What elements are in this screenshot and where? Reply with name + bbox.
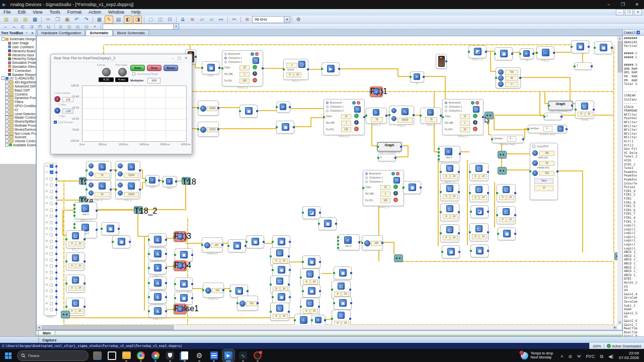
schematic-block-interface-write1[interactable]: Interface0 ⌄◰Interface write1 (528, 125, 567, 133)
schematic-block-small[interactable]: ▣ (112, 235, 130, 248)
tile-v-icon[interactable]: ⊟ (166, 16, 174, 24)
schematic-block-realtimedisplay1-2[interactable]: GraphRealTimeDisplay1_2 (548, 101, 573, 111)
schematic-block-fmt[interactable]: ◱824 (66, 275, 85, 293)
schematic-block-knobpanel[interactable]: InvertGPIO250hold (ms)30repeat (ms)500Ta… (530, 143, 558, 200)
link-format-checkbox[interactable]: ✓ (54, 121, 57, 124)
align-top-icon[interactable]: ⊓ (36, 23, 44, 30)
tree-expander-icon[interactable]: + (5, 143, 9, 147)
close-icon[interactable]: ✕ (30, 31, 35, 35)
tree-item-hierarchy-input[interactable]: Hierarchy Input (0, 53, 36, 57)
schematic-block-small[interactable]: ◪ (470, 205, 489, 218)
schematic-tee-node[interactable] (394, 254, 403, 262)
schematic-block-logic1-8[interactable]: &Logic1_8 (148, 305, 167, 318)
settings-icon[interactable]: ⚙ (193, 349, 205, 361)
tree-item-counters[interactable]: +Counters (0, 92, 36, 96)
schematic-block-firsm[interactable]: 100 (237, 296, 258, 311)
window-maximize-button[interactable]: ❐ (616, 0, 630, 9)
mdi-minimize-button[interactable]: – (616, 9, 624, 16)
schematic-block-x5[interactable]: ✕X5 (311, 315, 326, 325)
pinwheel-app-icon[interactable] (149, 349, 162, 361)
radio-icon[interactable] (326, 110, 329, 112)
graph-button[interactable]: Graph (549, 102, 572, 106)
multiplier-input[interactable]: 100 (147, 78, 160, 83)
tree-item-filters[interactable]: +Filters (0, 100, 36, 104)
schematic-block-realtimedisplay1-3[interactable]: GraphRealTimeDisplay1_3 (377, 142, 402, 152)
schematic-block-small[interactable]: ▣ (175, 248, 193, 261)
tree-expander-icon[interactable]: + (5, 116, 9, 119)
start-button[interactable]: Start (130, 65, 145, 71)
schematic-block-small[interactable]: ▣ (498, 227, 516, 240)
pane-left-icon[interactable]: ◧ (124, 16, 132, 24)
menu-window[interactable]: Window (105, 10, 128, 15)
format-knob[interactable] (102, 68, 111, 76)
radio-icon[interactable] (224, 61, 227, 63)
schematic-block-fmt[interactable]: ◱824 (300, 268, 319, 287)
vertical-scrollbar[interactable]: ▲ ▼ (617, 36, 622, 325)
schematic-block-small[interactable]: ▣ (403, 181, 421, 194)
tree-expander-icon[interactable]: + (5, 135, 9, 139)
schematic-tee-t18[interactable]: T18 (182, 177, 191, 185)
schematic-block-fir1-1[interactable]: ∿50FIR1_1 (86, 161, 111, 180)
window-close-button[interactable]: ✕ (630, 0, 644, 9)
radio-icon[interactable] (365, 180, 368, 183)
align-left-icon[interactable]: ⊏ (19, 23, 27, 30)
radio-icon[interactable] (445, 106, 447, 108)
tree-expander-icon[interactable]: + (5, 100, 9, 104)
schematic-block-knob3[interactable]: 700400 (496, 67, 521, 88)
tree-expander-icon[interactable]: + (5, 132, 9, 135)
chip-a-icon[interactable]: ▱ (198, 16, 206, 24)
schematic-block-dropdown[interactable]: 1⌄ (378, 154, 396, 161)
menu-format[interactable]: Format (63, 10, 85, 15)
schematic-block-dc1-2[interactable]: ◲3format824DC1_2 (283, 59, 308, 80)
tree-item-ic-1-adau1452[interactable]: -(IC 1) ADAU1452 (0, 76, 36, 80)
schematic-block-fmt[interactable]: ◱824 (440, 203, 459, 221)
schematic-block-small[interactable]: ▣ (594, 41, 612, 54)
tray-chevron-icon[interactable]: ˄ (560, 354, 563, 359)
antivirus-app-icon[interactable] (252, 349, 264, 361)
pin-wire-icon[interactable]: ⌙ (11, 23, 18, 30)
schematic-block-abcd-t-2[interactable]: ◱824ABCD t_2 (440, 163, 459, 181)
schematic-block-small[interactable]: ▣ (495, 47, 513, 60)
tray-mic-icon[interactable]: Ψ (577, 354, 581, 359)
menu-help[interactable]: Help (128, 10, 144, 15)
schematic-block-small[interactable]: ▣ (318, 217, 337, 230)
paste-icon[interactable]: ▣ (63, 16, 71, 24)
schematic-block-fmt[interactable]: ◱824 (440, 183, 459, 201)
start-button-windows[interactable] (2, 349, 14, 361)
weather-widget[interactable]: Temps to drop Next Monday (521, 351, 553, 359)
schematic-block-fir1-4[interactable]: ∿15200FIR1_4 (115, 180, 140, 199)
export-icon[interactable]: ↦ (217, 16, 225, 24)
tree-expander-icon[interactable]: + (5, 104, 9, 108)
menu-edit[interactable]: Edit (15, 10, 30, 15)
schematic-block-nfilter1-2[interactable]: ButterworthChebyshev 1Chebyshev 2◔⊘◳Orde… (363, 170, 404, 206)
schematic-block-f-t-4[interactable]: ↺F(t)4 (174, 260, 187, 271)
page-icon[interactable]: ▢ (146, 16, 155, 24)
schematic-block-abcd-1-3[interactable]: ▷else 0ABCD 1_3 (74, 202, 97, 219)
dialog-title-bar[interactable]: Real Time Plot for RealTimeDisplay1_3 – … (51, 54, 192, 62)
dialog-minimize-button[interactable]: – (170, 56, 176, 60)
tree-expander-icon[interactable]: + (5, 128, 9, 131)
graph-button[interactable]: Graph (378, 143, 401, 147)
schematic-block-fmt[interactable]: ◱824 (332, 310, 351, 325)
import-icon[interactable]: ▧ (21, 16, 30, 24)
schematic-block-fmt[interactable]: ◱824 (497, 206, 516, 224)
taskbar-search[interactable]: Поиск (17, 350, 89, 361)
tree-item-available-downloads[interactable]: +Available Downloads (0, 143, 36, 147)
schematic-block-fmt[interactable]: ◱824 (440, 224, 459, 242)
tab-schematic[interactable]: Schematic (86, 30, 113, 36)
chrome-icon[interactable] (135, 349, 147, 361)
schematic-block-abs1[interactable]: xAbs1 (163, 176, 177, 187)
schematic-block-gain2-5[interactable]: ▷15Gain2_5 (420, 108, 441, 124)
tree-expander-icon[interactable]: + (5, 124, 9, 127)
tree-expander-icon[interactable]: + (5, 112, 9, 116)
schematic-block-sub1-2[interactable]: −Sub1_2 (536, 46, 554, 59)
tree-item-mixers-splitters[interactable]: +Mixers/Splitters (0, 120, 36, 124)
zoom-level[interactable]: 100% (593, 344, 601, 348)
schematic-block-small[interactable]: ▣ (228, 239, 246, 252)
schematic-tee-node[interactable] (498, 167, 507, 174)
schematic-block-nfilter1-5[interactable]: ButterworthChebyshev 1Chebyshev 2◔⊘◳Orde… (324, 99, 365, 135)
tray-volume-icon[interactable]: ◀) (608, 354, 613, 359)
sigmastudio-icon[interactable]: ▶ (222, 349, 234, 361)
schematic-block-small[interactable]: ▣ (470, 244, 489, 257)
continuous-read-checkbox[interactable] (132, 72, 135, 75)
